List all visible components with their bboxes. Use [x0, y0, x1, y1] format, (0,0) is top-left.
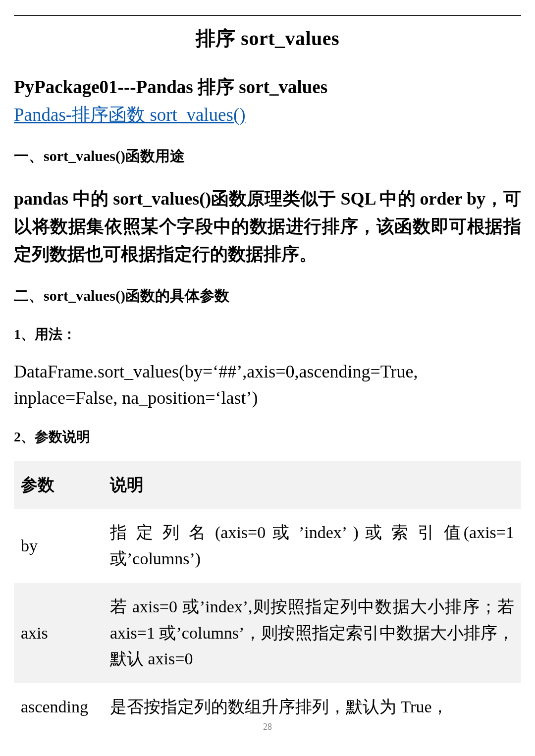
- usage-code: DataFrame.sort_values(by=‘##’,axis=0,asc…: [14, 359, 521, 410]
- top-divider: [14, 15, 521, 16]
- param-cell: axis: [14, 583, 103, 683]
- section-2-heading: 二、sort_values()函数的具体参数: [14, 286, 521, 306]
- page-title: 排序 sort_values: [14, 25, 521, 52]
- section-1-body: pandas 中的 sort_values()函数原理类似于 SQL 中的 or…: [14, 185, 521, 268]
- article-heading: PyPackage01---Pandas 排序 sort_values: [14, 75, 521, 100]
- desc-cell: 若 axis=0 或’index’,则按照指定列中数据大小排序；若 axis=1…: [103, 583, 521, 683]
- param-cell: by: [14, 509, 103, 583]
- desc-cell: 指 定 列 名 (axis=0 或 ’index’ ) 或 索 引 值(axis…: [103, 509, 521, 583]
- section-1-heading: 一、sort_values()函数用途: [14, 146, 521, 166]
- table-row: axis 若 axis=0 或’index’,则按照指定列中数据大小排序；若 a…: [14, 583, 521, 683]
- params-table: 参数 说明 by 指 定 列 名 (axis=0 或 ’index’ ) 或 索…: [14, 461, 521, 731]
- page-number: 28: [0, 722, 535, 732]
- header-desc: 说明: [103, 461, 521, 509]
- table-row: by 指 定 列 名 (axis=0 或 ’index’ ) 或 索 引 值(a…: [14, 509, 521, 583]
- source-link[interactable]: Pandas-排序函数 sort_values(): [14, 103, 246, 127]
- table-header-row: 参数 说明: [14, 461, 521, 509]
- usage-subheading: 1、用法：: [14, 325, 521, 344]
- params-subheading: 2、参数说明: [14, 428, 521, 446]
- header-param: 参数: [14, 461, 103, 509]
